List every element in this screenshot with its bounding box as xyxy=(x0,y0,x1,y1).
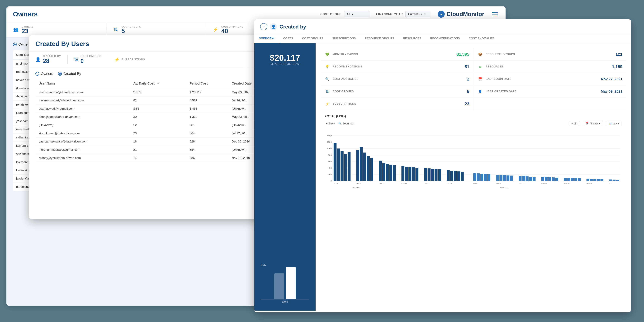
tab-cost-anomalies[interactable]: COST ANOMALIES xyxy=(464,34,499,43)
owners-radio-label: Owners xyxy=(18,42,30,46)
cell-av-daily: 30 xyxy=(130,113,186,121)
x-oct2021: Oct 2021 xyxy=(352,186,360,188)
bar-oct21-2 xyxy=(428,168,430,181)
tab-overview[interactable]: OVERVIEW xyxy=(254,34,279,43)
created-by-modal-label: CREATED BY xyxy=(43,55,61,58)
login-value: Nov 27, 2021 xyxy=(601,77,622,81)
y-400: 400 xyxy=(328,167,332,169)
uc-value: May 09, 2021 xyxy=(601,89,622,94)
zoom-out-btn[interactable]: 🔍 Zoom-out xyxy=(338,122,354,125)
tab-recommendations[interactable]: RECOMMENDATIONS xyxy=(426,34,464,43)
bar-oct26-4 xyxy=(457,172,460,181)
table-row[interactable]: usamaswati@hotmail.com $ 86 1,455 (Unkno… xyxy=(36,105,274,113)
bar-oct1-2 xyxy=(337,148,340,181)
cell-period: 881 xyxy=(186,121,228,129)
total-cost-panel: $20,117 TOTAL PERIOD COST 20K 2022 xyxy=(254,43,316,310)
cell-period: 628 xyxy=(186,138,228,146)
rg-label: RESOURCE GROUPS xyxy=(486,53,613,56)
menu-button[interactable] xyxy=(491,11,499,18)
day-btn[interactable]: 📊 day ▾ xyxy=(606,121,622,126)
back-button[interactable]: ← xyxy=(260,23,267,30)
line-btn[interactable]: ≡ Lin xyxy=(569,121,580,126)
bar-nov6-1 xyxy=(496,175,499,181)
resource-groups-metric: 📦 RESOURCE GROUPS 121 xyxy=(473,48,626,60)
back-nav-btn[interactable]: ◄ Back xyxy=(325,122,335,125)
x-nov11: Nov 11 xyxy=(518,182,524,184)
y-800: 800 xyxy=(328,154,332,156)
bar-dec-1 xyxy=(609,180,612,181)
table-row[interactable]: nheil.mercado@data-driven.com $ 335 $ 20… xyxy=(36,88,274,96)
cell-username: merchantmusta10@gmail.com xyxy=(36,146,130,154)
chevron-down-icon: ▾ xyxy=(424,12,426,16)
cell-username: (Unknown) xyxy=(36,121,130,129)
table-row[interactable]: yash.tamakuwala@data-driven.com 18 628 D… xyxy=(36,138,274,146)
x-nov2021: Nov 2021 xyxy=(500,186,508,188)
cost-chart-title: COST (USD) xyxy=(325,114,622,118)
hamburger-line xyxy=(492,16,498,16)
modal-stats-bar: 👤 CREATED BY 28 🏗 COST GROUPS 0 ⚡ SUBSCR… xyxy=(29,52,280,68)
hamburger-line xyxy=(492,12,498,13)
bar-dec-3 xyxy=(616,180,619,181)
modal-header: Created By Users xyxy=(29,36,280,52)
cost-groups-detail-metric: 🏗 COST GROUPS 5 xyxy=(320,85,473,98)
table-row[interactable]: kiran.kumar@data-driven.com 23 864 Jul 1… xyxy=(36,129,274,138)
user-icon-detail: 👤 xyxy=(270,23,277,30)
financial-year-filter: FINANCIAL YEAR Current FY ▾ xyxy=(376,11,431,18)
y-600: 600 xyxy=(328,160,332,163)
modal-col-username: User Name xyxy=(36,79,130,88)
bar-oct11-3 xyxy=(386,164,389,181)
modal-owners-radio[interactable]: Owners xyxy=(36,72,53,76)
cell-period: 554 xyxy=(186,146,228,154)
tab-costs[interactable]: COSTS xyxy=(279,34,298,43)
modal-created-by-radio-btn[interactable] xyxy=(58,72,62,76)
table-row[interactable]: naveen.madari@data-driven.com 82 4,567 J… xyxy=(36,96,274,105)
chart-controls: ≡ Lin 📅 All data ▾ 📊 day ▾ xyxy=(569,121,622,126)
bar-oct16-5 xyxy=(416,168,418,181)
cell-period: 386 xyxy=(186,154,228,162)
cell-av-daily: 14 xyxy=(130,154,186,162)
cell-av-daily: 18 xyxy=(130,138,186,146)
modal-owners-radio-btn[interactable] xyxy=(36,72,39,76)
modal-owners-label: Owners xyxy=(41,72,53,76)
res-value: 1,159 xyxy=(612,64,622,69)
cost-group-select[interactable]: All ▾ xyxy=(344,11,370,18)
back-arrow-icon: ◄ xyxy=(325,122,328,125)
bar-oct6-4 xyxy=(367,156,370,181)
tab-resource-groups[interactable]: RESOURCE GROUPS xyxy=(360,34,399,43)
bar-nov11-1 xyxy=(518,176,522,181)
table-row[interactable]: (Unknown) 52 881 (Unknow... xyxy=(36,121,274,129)
sub-label: SUBSCRIPTIONS xyxy=(333,102,462,106)
chart-year: 2022 xyxy=(282,301,288,304)
zoom-icon: 🔍 xyxy=(338,122,342,125)
table-row[interactable]: deon.jacobs@data-driven.com 30 1,369 May… xyxy=(36,113,274,121)
bar-nov1-1 xyxy=(473,173,476,181)
cell-period: 4,567 xyxy=(186,96,228,105)
bar-nov11-3 xyxy=(526,176,528,181)
table-row[interactable]: rodney.joyce@data-driven.com 14 386 Nov … xyxy=(36,154,274,162)
table-row[interactable]: merchantmusta10@gmail.com 21 554 (Unknow… xyxy=(36,146,274,154)
x-oct6: Oct 6 xyxy=(356,182,361,184)
tab-cost-groups[interactable]: COST GROUPS xyxy=(298,34,328,43)
owners-radio-button[interactable] xyxy=(13,42,17,46)
bar-oct11-2 xyxy=(382,162,385,181)
financial-year-select[interactable]: Current FY ▾ xyxy=(406,11,431,18)
bar-oct2 xyxy=(348,152,350,181)
tab-resources[interactable]: RESOURCES xyxy=(399,34,426,43)
bar-nov26-1 xyxy=(586,179,590,181)
bar-oct6-2 xyxy=(360,147,362,181)
modal-created-by-radio[interactable]: Created By xyxy=(58,72,81,76)
chart-icon: 📊 xyxy=(608,122,612,125)
x-nov21: Nov 21 xyxy=(564,182,570,184)
cost-groups-stat: 🏗 COST GROUPS 5 xyxy=(106,22,206,37)
y-1400: 1400 xyxy=(327,134,332,137)
cell-av-daily: 52 xyxy=(130,121,186,129)
all-data-btn[interactable]: 📅 All data ▾ xyxy=(583,121,603,126)
created-by-table: User Name Av. Daily Cost ▼ Period Cost C… xyxy=(36,79,274,162)
tab-subscriptions[interactable]: SUBSCRIPTIONS xyxy=(328,34,360,43)
y-1200: 1200 xyxy=(327,141,332,143)
x-dec: D... xyxy=(609,182,612,184)
chart-bars xyxy=(261,267,309,300)
owners-radio[interactable]: Owners xyxy=(13,42,30,46)
bar-chart-container: 1400 1200 1000 800 600 400 200 0 xyxy=(325,128,622,196)
bar-nov6-2 xyxy=(500,175,502,181)
